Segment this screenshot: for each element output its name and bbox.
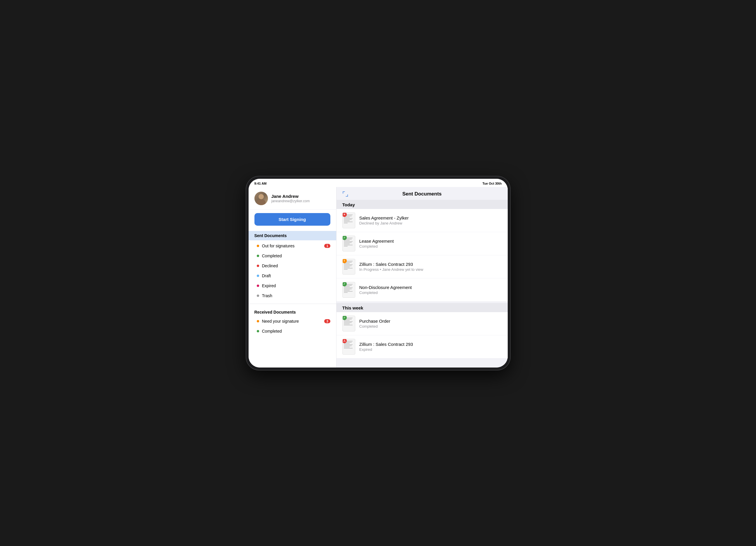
doc-thumbnail-sales-agreement: ✕: [342, 212, 355, 228]
status-time: 9:41 AM: [254, 182, 267, 185]
doc-title-zillium-week: Zillium : Sales Contract 293: [359, 342, 502, 347]
avatar: [254, 192, 268, 205]
sidebar-item-out-for-signatures[interactable]: Out for signatures 1: [249, 241, 336, 251]
label-completed-received: Completed: [262, 329, 282, 334]
expand-icon[interactable]: [342, 191, 348, 197]
doc-thumbnail-zillium-today: 3: [342, 259, 355, 275]
doc-thumbnail-lease-agreement: ✓: [342, 236, 355, 251]
doc-title-nda: Non-Disclosure Agreement: [359, 285, 502, 290]
doc-item-zillium-week[interactable]: ⚠: [337, 335, 508, 358]
doc-subtitle-nda: Completed: [359, 290, 502, 295]
doc-info-purchase-order: Purchase Order Completed: [359, 319, 502, 329]
doc-subtitle-lease-agreement: Completed: [359, 244, 502, 249]
doc-thumbnail-purchase-order: ✓: [342, 316, 355, 331]
this-week-section-label: This week: [337, 303, 508, 312]
doc-badge-declined: ✕: [342, 212, 347, 217]
doc-thumbnail-zillium-week: ⚠: [342, 339, 355, 355]
doc-badge-expired: ⚠: [342, 339, 347, 343]
doc-badge-completed-po: ✓: [342, 316, 347, 320]
doc-info-sales-agreement: Sales Agreement - Zylker Declined by Jan…: [359, 215, 502, 225]
main-header: Sent Documents: [337, 187, 508, 200]
label-declined: Declined: [262, 263, 278, 268]
week-documents-list: ✓: [337, 312, 508, 358]
doc-item-purchase-order[interactable]: ✓: [337, 312, 508, 335]
this-week-section: This week ✓: [337, 303, 508, 358]
sidebar-item-draft[interactable]: Draft: [249, 271, 336, 281]
device-screen: 9:41 AM Tue Oct 30th Jane Andrew janeand…: [249, 179, 508, 368]
doc-subtitle-sales-agreement: Declined by Jane Andrew: [359, 221, 502, 225]
dot-need-signature: [257, 320, 259, 322]
doc-title-purchase-order: Purchase Order: [359, 319, 502, 324]
sidebar-item-completed-sent[interactable]: Completed: [249, 251, 336, 261]
main-title: Sent Documents: [348, 191, 496, 197]
sidebar-divider: [249, 304, 336, 304]
device-frame: 9:41 AM Tue Oct 30th Jane Andrew janeand…: [246, 176, 510, 370]
dot-out-for-signatures: [257, 245, 259, 247]
today-documents-list: ✕: [337, 209, 508, 301]
badge-out-for-signatures: 1: [324, 244, 330, 248]
doc-subtitle-zillium-week: Expired: [359, 347, 502, 352]
sidebar-item-need-signature[interactable]: Need your signature 3: [249, 316, 336, 326]
user-section: Jane Andrew janeandrew@zylker.com: [249, 187, 336, 210]
dot-declined: [257, 265, 259, 267]
user-email: janeandrew@zylker.com: [271, 199, 310, 203]
doc-thumbnail-nda: ✓: [342, 282, 355, 298]
label-out-for-signatures: Out for signatures: [262, 244, 295, 248]
doc-info-zillium-week: Zillium : Sales Contract 293 Expired: [359, 342, 502, 352]
badge-need-signature: 3: [324, 319, 330, 323]
sidebar-item-completed-received[interactable]: Completed: [249, 326, 336, 336]
doc-item-lease-agreement[interactable]: ✓: [337, 232, 508, 255]
dot-trash: [257, 295, 259, 297]
label-need-signature: Need your signature: [262, 319, 299, 324]
sent-documents-header[interactable]: Sent Documents: [249, 231, 336, 240]
dot-completed-sent: [257, 255, 259, 257]
doc-info-zillium-today: Zillium : Sales Contract 293 In Progress…: [359, 262, 502, 272]
dot-completed-received: [257, 330, 259, 332]
user-info: Jane Andrew janeandrew@zylker.com: [271, 194, 310, 203]
user-name: Jane Andrew: [271, 194, 310, 199]
sidebar-item-expired[interactable]: Expired: [249, 281, 336, 291]
doc-subtitle-zillium-today: In Progress • Jane Andrew yet to view: [359, 267, 502, 272]
doc-title-sales-agreement: Sales Agreement - Zylker: [359, 215, 502, 220]
sidebar-item-trash[interactable]: Trash: [249, 291, 336, 301]
doc-info-lease-agreement: Lease Agreement Completed: [359, 239, 502, 249]
sidebar-item-declined[interactable]: Declined: [249, 261, 336, 271]
doc-item-zillium-today[interactable]: 3: [337, 255, 508, 278]
doc-title-zillium-today: Zillium : Sales Contract 293: [359, 262, 502, 267]
doc-item-nda[interactable]: ✓: [337, 278, 508, 301]
today-section-label: Today: [337, 200, 508, 209]
start-signing-button[interactable]: Start Signing: [254, 213, 330, 226]
doc-badge-completed-lease: ✓: [342, 236, 347, 240]
dot-expired: [257, 285, 259, 287]
doc-info-nda: Non-Disclosure Agreement Completed: [359, 285, 502, 295]
received-documents-header: Received Documents: [249, 307, 336, 316]
main-content: Sent Documents Today ✕: [337, 187, 508, 368]
app-body: Jane Andrew janeandrew@zylker.com Start …: [249, 187, 508, 368]
dot-draft: [257, 275, 259, 277]
sent-documents-section: Sent Documents Out for signatures 1 Comp…: [249, 229, 336, 302]
sidebar: Jane Andrew janeandrew@zylker.com Start …: [249, 187, 337, 368]
doc-item-sales-agreement[interactable]: ✕: [337, 209, 508, 232]
label-trash: Trash: [262, 293, 272, 298]
status-bar: 9:41 AM Tue Oct 30th: [249, 179, 508, 187]
label-expired: Expired: [262, 283, 276, 288]
doc-title-lease-agreement: Lease Agreement: [359, 239, 502, 244]
label-completed-sent: Completed: [262, 254, 282, 258]
label-draft: Draft: [262, 273, 271, 278]
doc-badge-completed-nda: ✓: [342, 282, 347, 286]
doc-subtitle-purchase-order: Completed: [359, 324, 502, 329]
doc-badge-inprogress: 3: [342, 259, 347, 263]
status-date: Tue Oct 30th: [483, 182, 502, 185]
avatar-image: [254, 192, 268, 205]
received-documents-section: Received Documents Need your signature 3…: [249, 306, 336, 337]
